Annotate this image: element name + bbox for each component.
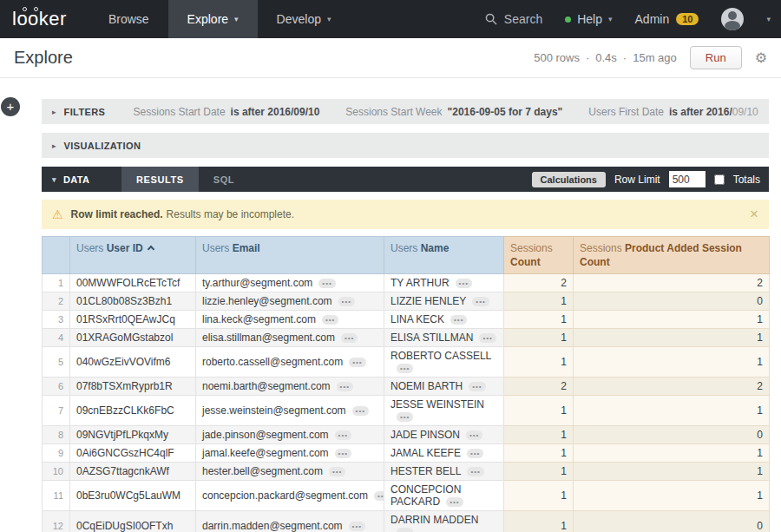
filter-item[interactable]: Users First Dateis after 2016/09/10	[588, 106, 758, 118]
cell-name: LINA KECK•••	[384, 311, 504, 329]
gear-icon[interactable]: ⚙	[755, 49, 767, 66]
row-limit-warning: ⚠ Row limit reached. Results may be inco…	[42, 200, 769, 229]
cell-menu-icon[interactable]: •••	[349, 522, 365, 531]
column-header-user-id[interactable]: Users User ID	[70, 237, 196, 274]
cell-email: concepcion.packard@segment.com•••	[196, 481, 384, 511]
cell-menu-icon[interactable]: •••	[467, 449, 483, 458]
cell-menu-icon[interactable]: •••	[469, 382, 485, 391]
row-count-stat: 500 rows	[534, 51, 580, 64]
help-menu[interactable]: Help ▾	[565, 12, 612, 26]
cell-sessions-count[interactable]: 1	[504, 396, 574, 426]
table-row: 709cnEBzzCLKk6FbCjesse.weinstein@segment…	[43, 396, 770, 426]
filters-section-bar[interactable]: ▸ FILTERS Sessions Start Dateis after 20…	[42, 99, 769, 124]
cell-menu-icon[interactable]: •••	[397, 364, 413, 373]
cell-menu-icon[interactable]: •••	[397, 528, 413, 532]
cell-menu-icon[interactable]: •••	[329, 467, 345, 476]
cell-menu-icon[interactable]: •••	[472, 297, 489, 306]
cell-menu-icon[interactable]: •••	[322, 315, 338, 325]
cell-sessions-count[interactable]: 1	[504, 311, 574, 329]
cell-product-added-count[interactable]: 1	[574, 444, 770, 463]
admin-menu[interactable]: Admin 10	[635, 12, 699, 26]
admin-label: Admin	[635, 12, 670, 26]
cell-menu-icon[interactable]: •••	[349, 358, 365, 367]
totals-label: Totals	[733, 174, 760, 186]
cell-product-added-count[interactable]: 2	[574, 378, 770, 396]
cell-product-added-count[interactable]: 1	[574, 347, 770, 378]
cell-menu-icon[interactable]: •••	[318, 279, 335, 288]
cell-product-added-count[interactable]: 2	[574, 274, 770, 292]
cell-product-added-count[interactable]: 1	[574, 311, 770, 329]
cell-menu-icon[interactable]: •••	[341, 333, 358, 343]
cell-menu-icon[interactable]: •••	[352, 406, 369, 416]
row-number: 3	[43, 311, 70, 329]
explore-content: + ▸ FILTERS Sessions Start Dateis after …	[0, 78, 781, 532]
search-button[interactable]: Search	[485, 12, 542, 26]
run-button[interactable]: Run	[690, 46, 742, 69]
cell-user-id: 01XRAGoMGstabzol	[70, 329, 196, 347]
cell-name: NOEMI BARTH•••	[384, 378, 504, 396]
cell-sessions-count[interactable]: 1	[504, 481, 574, 511]
cell-product-added-count[interactable]: 1	[574, 463, 770, 481]
column-header-count[interactable]: Sessions Count	[504, 237, 574, 274]
cell-sessions-count[interactable]: 1	[504, 463, 574, 481]
cell-product-added-count[interactable]: 1	[574, 481, 770, 511]
cell-sessions-count[interactable]: 1	[504, 511, 574, 532]
cell-menu-icon[interactable]: •••	[335, 449, 351, 458]
cell-product-added-count[interactable]: 1	[574, 396, 770, 426]
cell-sessions-count[interactable]: 1	[504, 444, 574, 463]
cell-menu-icon[interactable]: •••	[338, 297, 355, 306]
cell-menu-icon[interactable]: •••	[335, 430, 351, 440]
visualization-section-bar[interactable]: ▸ VISUALIZATION	[42, 133, 769, 158]
cell-product-added-count[interactable]: 0	[574, 511, 770, 532]
cell-user-id: 0AZSG7ttagcnkAWf	[70, 463, 196, 481]
search-icon	[485, 13, 497, 25]
close-icon[interactable]: ×	[750, 206, 758, 223]
cell-name: DARRIN MADDEN•••	[384, 511, 504, 532]
nav-item-develop[interactable]: Develop▾	[258, 0, 351, 38]
cell-menu-icon[interactable]: •••	[466, 430, 482, 440]
row-limit-input[interactable]	[669, 171, 706, 187]
nav-item-browse[interactable]: Browse	[89, 0, 168, 38]
calculations-button[interactable]: Calculations	[532, 172, 606, 187]
tab-sql[interactable]: SQL	[199, 167, 249, 192]
cell-menu-icon[interactable]: •••	[446, 497, 463, 507]
add-field-button[interactable]: +	[1, 97, 20, 116]
cell-product-added-count[interactable]: 1	[574, 329, 770, 347]
cell-user-id: 07f8bTSXmRyprb1R	[70, 378, 196, 396]
cell-sessions-count[interactable]: 1	[504, 329, 574, 347]
cell-product-added-count[interactable]: 0	[574, 292, 770, 311]
cell-product-added-count[interactable]: 0	[574, 426, 770, 444]
cell-menu-icon[interactable]: •••	[467, 467, 483, 476]
filter-item[interactable]: Sessions Start Week"2016-09-05 for 7 day…	[345, 106, 562, 118]
cell-menu-icon[interactable]: •••	[456, 279, 472, 288]
nav-item-explore[interactable]: Explore▾	[168, 0, 258, 38]
looker-logo[interactable]: looker	[0, 0, 89, 38]
avatar-person-icon	[725, 21, 740, 30]
cell-name: HESTER BELL•••	[384, 463, 504, 481]
warning-title: Row limit reached.	[71, 208, 163, 220]
column-header-product-added-session-count[interactable]: Sessions Product Added Session Count	[574, 237, 770, 274]
cell-email: jade.pinson@segment.com•••	[196, 426, 384, 444]
cell-menu-icon[interactable]: •••	[397, 412, 413, 422]
tab-results[interactable]: RESULTS	[121, 167, 199, 192]
filter-item[interactable]: Sessions Start Dateis after 2016/09/10	[134, 106, 320, 118]
cell-menu-icon[interactable]: •••	[337, 382, 353, 391]
table-row: 100AZSG7ttagcnkAWfhester.bell@segment.co…	[43, 463, 770, 481]
cell-sessions-count[interactable]: 1	[504, 426, 574, 444]
chevron-down-icon[interactable]: ▾	[766, 15, 771, 23]
user-avatar[interactable]	[721, 8, 744, 30]
warning-icon: ⚠	[52, 207, 63, 221]
cell-sessions-count[interactable]: 2	[504, 378, 574, 396]
cell-menu-icon[interactable]: •••	[450, 315, 467, 325]
cell-sessions-count[interactable]: 2	[504, 274, 574, 292]
column-header-email[interactable]: Users Email	[196, 237, 384, 274]
totals-checkbox[interactable]	[714, 174, 725, 185]
column-header-name[interactable]: Users Name	[384, 237, 504, 274]
cell-menu-icon[interactable]: •••	[479, 333, 496, 343]
cell-sessions-count[interactable]: 1	[504, 347, 574, 378]
data-section-toggle[interactable]: ▾ DATA	[42, 167, 121, 192]
cell-sessions-count[interactable]: 1	[504, 292, 574, 311]
cell-email: lina.keck@segment.com•••	[196, 311, 384, 329]
status-dot-icon	[565, 16, 571, 23]
cell-menu-icon[interactable]: •••	[374, 491, 384, 501]
